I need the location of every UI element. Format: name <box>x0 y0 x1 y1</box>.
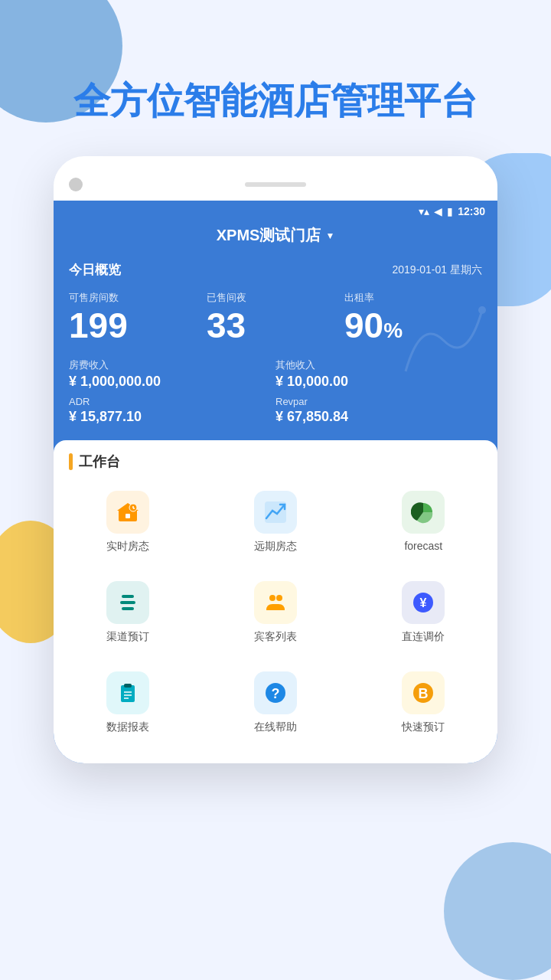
svg-point-0 <box>478 306 486 314</box>
battery-icon: ▮ <box>447 205 453 217</box>
signal-icon: ◀ <box>434 205 442 217</box>
menu-label-help: 在线帮助 <box>254 720 297 734</box>
page-title: 全方位智能酒店管理平台 <box>0 0 551 156</box>
today-header: 今日概览 2019-01-01 星期六 <box>69 261 482 279</box>
adr-label: ADR <box>69 396 276 407</box>
phone-speaker <box>245 182 306 187</box>
trend-up-icon <box>254 491 297 534</box>
workbench-header: 工作台 <box>54 440 497 477</box>
svg-rect-15 <box>121 685 135 702</box>
today-overview: 今日概览 2019-01-01 星期六 可售房间数 199 已售间夜 33 出租… <box>54 252 497 440</box>
room-income-label: 房费收入 <box>69 358 276 372</box>
svg-rect-9 <box>120 601 135 604</box>
workbench-title: 工作台 <box>79 452 120 471</box>
svg-text:?: ? <box>271 686 279 701</box>
svg-rect-16 <box>124 684 132 688</box>
adr-value: ¥ 15,877.10 <box>69 409 276 425</box>
revpar-item: Revpar ¥ 67,850.84 <box>276 396 482 425</box>
stat-label-available: 可售房间数 <box>69 291 207 305</box>
menu-item-help[interactable]: ? 在线帮助 <box>201 658 349 748</box>
status-time: 12:30 <box>458 205 485 217</box>
menu-label-realtime: 实时房态 <box>106 540 149 554</box>
stat-label-sold: 已售间夜 <box>207 291 344 305</box>
app-screen: ▾▴ ◀ ▮ 12:30 XPMS测试门店 ▼ 今日概览 2019-01-01 … <box>54 201 497 763</box>
b-circle-icon: B <box>402 671 445 714</box>
stat-available-rooms: 可售房间数 199 <box>69 291 207 343</box>
stat-value-sold: 33 <box>207 308 344 343</box>
phone-top-bar <box>54 172 497 201</box>
app-header[interactable]: XPMS测试门店 ▼ <box>54 222 497 252</box>
house-clock-icon <box>106 491 149 534</box>
menu-label-guests: 宾客列表 <box>254 630 297 644</box>
yen-circle-icon: ¥ <box>402 581 445 624</box>
svg-rect-3 <box>126 514 130 518</box>
menu-item-forecast[interactable]: forecast <box>350 477 497 567</box>
svg-point-11 <box>269 595 276 601</box>
svg-rect-8 <box>122 595 134 598</box>
status-bar: ▾▴ ◀ ▮ 12:30 <box>54 201 497 222</box>
revpar-label: Revpar <box>276 396 482 407</box>
adr-item: ADR ¥ 15,877.10 <box>69 396 276 425</box>
store-name: XPMS测试门店 <box>217 225 321 246</box>
clipboard-icon <box>106 671 149 714</box>
menu-label-pricing: 直连调价 <box>402 630 445 644</box>
phone-camera <box>69 178 83 191</box>
other-income-label: 其他收入 <box>276 358 482 372</box>
menu-label-quickbook: 快速预订 <box>402 720 445 734</box>
revpar-value: ¥ 67,850.84 <box>276 409 482 425</box>
menu-item-channel[interactable]: 渠道预订 <box>54 567 201 658</box>
menu-label-future: 远期房态 <box>254 540 297 554</box>
menu-item-quickbook[interactable]: B 快速预订 <box>350 658 497 748</box>
menu-item-future[interactable]: 远期房态 <box>201 477 349 567</box>
bg-decoration-br <box>444 842 551 980</box>
menu-label-reports: 数据报表 <box>106 720 149 734</box>
menu-item-pricing[interactable]: ¥ 直连调价 <box>350 567 497 658</box>
question-circle-icon: ? <box>254 671 297 714</box>
svg-text:¥: ¥ <box>420 596 427 609</box>
menu-item-reports[interactable]: 数据报表 <box>54 658 201 748</box>
menu-item-guests[interactable]: 宾客列表 <box>201 567 349 658</box>
stat-value-available: 199 <box>69 308 207 343</box>
svg-rect-10 <box>122 607 134 610</box>
layers-icon <box>106 581 149 624</box>
wifi-icon: ▾▴ <box>419 205 429 217</box>
svg-point-12 <box>276 595 282 601</box>
people-icon <box>254 581 297 624</box>
room-income-value: ¥ 1,000,000.00 <box>69 374 276 390</box>
svg-text:B: B <box>419 686 429 701</box>
menu-grid: 实时房态 远期房态 <box>54 477 497 748</box>
workbench-section: 工作台 实时房态 <box>54 440 497 763</box>
menu-label-forecast: forecast <box>404 540 442 552</box>
today-date: 2019-01-01 星期六 <box>392 263 482 277</box>
income-row-2: ADR ¥ 15,877.10 Revpar ¥ 67,850.84 <box>69 396 482 425</box>
menu-label-channel: 渠道预订 <box>106 630 149 644</box>
room-income: 房费收入 ¥ 1,000,000.00 <box>69 358 276 390</box>
stat-sold-nights: 已售间夜 33 <box>207 291 344 343</box>
dropdown-arrow-icon: ▼ <box>325 230 334 241</box>
menu-item-realtime[interactable]: 实时房态 <box>54 477 201 567</box>
workbench-accent-bar <box>69 453 73 470</box>
phone-mockup: ▾▴ ◀ ▮ 12:30 XPMS测试门店 ▼ 今日概览 2019-01-01 … <box>54 156 497 763</box>
today-label: 今日概览 <box>69 261 121 279</box>
pie-chart-icon <box>402 491 445 534</box>
